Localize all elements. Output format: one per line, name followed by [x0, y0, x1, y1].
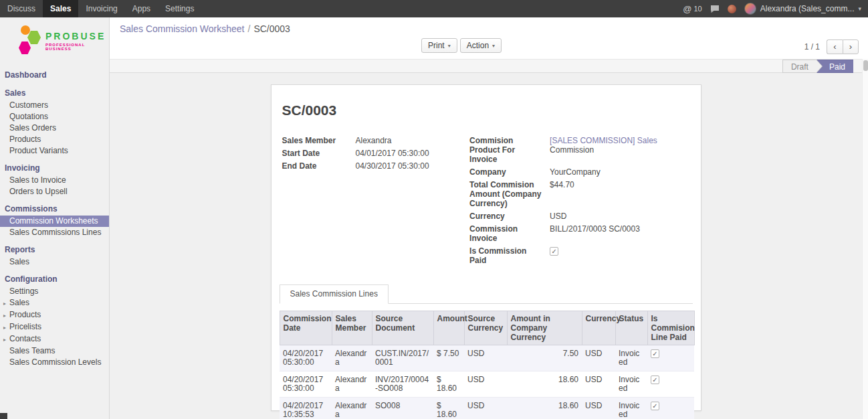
- cell-status: Invoiced: [615, 371, 647, 398]
- sidebar-item-sales-orders[interactable]: Sales Orders: [0, 122, 109, 134]
- commission-product-rest: Commission: [550, 145, 689, 155]
- breadcrumb-parent-link[interactable]: Sales Commission Worksheet: [120, 23, 244, 34]
- field-is-commission-paid: Is Commission Paid ✓: [469, 246, 689, 265]
- field-label: Sales Member: [282, 136, 356, 145]
- col-amount-company-currency[interactable]: Amount in Company Currency: [507, 311, 582, 345]
- field-grid: Sales Member Alexandra Start Date 04/01/…: [280, 136, 693, 268]
- table-row[interactable]: 04/20/2017 05:30:00 Alexandra CUST.IN/20…: [280, 345, 694, 371]
- col-sales-member[interactable]: Sales Member: [332, 311, 372, 345]
- field-label: Commission Invoice: [469, 224, 550, 243]
- commission-invoice-link[interactable]: BILL/2017/0003 SC/0003: [550, 224, 689, 243]
- sidebar-item-config-sales[interactable]: ▸Sales: [0, 297, 109, 309]
- sidebar-heading-invoicing[interactable]: Invoicing: [0, 161, 109, 175]
- user-menu[interactable]: Alexandra (Sales_comm... ▾: [744, 3, 861, 15]
- topbar: Discuss Sales Invoicing Apps Settings @ …: [0, 0, 868, 17]
- col-currency[interactable]: Currency: [582, 311, 615, 345]
- sidebar-item-sales-commissions-lines[interactable]: Sales Commissions Lines: [0, 227, 109, 238]
- sidebar-item-config-contacts[interactable]: ▸Contacts: [0, 333, 109, 345]
- menu-discuss[interactable]: Discuss: [0, 0, 43, 17]
- field-start-date: Start Date 04/01/2017 05:30:00: [282, 149, 470, 158]
- user-name: Alexandra (Sales_comm...: [760, 4, 855, 13]
- field-currency: Currency USD: [469, 212, 689, 221]
- messages-icon[interactable]: [710, 5, 720, 13]
- sidebar-item-sales-commission-levels[interactable]: Sales Commission Levels: [0, 357, 109, 368]
- cell-date: 04/20/2017 10:35:53: [280, 398, 332, 419]
- mention-counter[interactable]: @ 10: [683, 4, 701, 14]
- sidebar-item-orders-to-upsell[interactable]: Orders to Upsell: [0, 186, 109, 197]
- caret-down-icon: ▾: [448, 43, 451, 49]
- tray-icon[interactable]: [728, 5, 736, 13]
- statusbar: Draft Paid: [782, 60, 853, 73]
- commission-product-link[interactable]: [SALES COMMISSION] Sales: [550, 136, 657, 145]
- user-avatar: [744, 3, 756, 15]
- chevron-right-icon: ▸: [3, 299, 7, 308]
- status-draft[interactable]: Draft: [782, 60, 817, 73]
- field-commission-invoice: Commission Invoice BILL/2017/0003 SC/000…: [469, 224, 689, 243]
- sidebar-section-reports: Sales: [0, 256, 109, 268]
- menu-settings[interactable]: Settings: [158, 0, 201, 17]
- sidebar-item-config-settings[interactable]: Settings: [0, 286, 109, 297]
- sidebar-item-product-variants[interactable]: Product Variants: [0, 145, 109, 157]
- col-is-commission-line-paid[interactable]: Is Commision Line Paid: [647, 311, 694, 345]
- col-source-document[interactable]: Source Document: [372, 311, 433, 345]
- col-commission-date[interactable]: Commission Date: [280, 311, 332, 345]
- cell-member: Alexandra: [332, 371, 372, 398]
- print-button[interactable]: Print▾: [421, 38, 457, 53]
- statusbar-row: Draft Paid: [110, 59, 868, 73]
- control-panel: Sales Commission Worksheet/SC/0003 Print…: [110, 17, 868, 59]
- table-row[interactable]: 04/20/2017 05:30:00 Alexandra INV/2017/0…: [280, 371, 694, 398]
- app-window: Discuss Sales Invoicing Apps Settings @ …: [0, 0, 868, 419]
- action-button[interactable]: Action▾: [460, 38, 502, 53]
- cell-amount: $ 7.50: [433, 345, 464, 371]
- sidebar-item-sales-teams[interactable]: Sales Teams: [0, 345, 109, 357]
- probuse-logo[interactable]: PROBUSE PROFESSIONAL BUSINESS: [0, 17, 109, 63]
- cell-currency: USD: [582, 371, 615, 398]
- probuse-logo-text: PROBUSE PROFESSIONAL BUSINESS: [45, 31, 106, 51]
- commission-product-value: [SALES COMMISSION] Sales Commission: [550, 136, 689, 164]
- sidebar-heading-commissions[interactable]: Commissions: [0, 202, 109, 216]
- vertical-scrollbar[interactable]: [862, 59, 868, 419]
- sidebar-heading-sales[interactable]: Sales: [0, 86, 109, 100]
- cell-doc: INV/2017/0004-SO008: [372, 371, 433, 398]
- col-source-currency[interactable]: Source Currency: [464, 311, 507, 345]
- sidebar-item-label: Contacts: [9, 334, 41, 343]
- breadcrumb: Sales Commission Worksheet/SC/0003: [120, 23, 290, 34]
- cell-status: Invoiced: [615, 345, 647, 371]
- sidebar-item-config-pricelists[interactable]: ▸Pricelists: [0, 321, 109, 333]
- field-sales-member: Sales Member Alexandra: [282, 136, 470, 145]
- sidebar-heading-reports[interactable]: Reports: [0, 243, 109, 256]
- sidebar-item-sales-to-invoice[interactable]: Sales to Invoice: [0, 175, 109, 186]
- company-link[interactable]: YourCompany: [550, 167, 689, 177]
- check-icon: ✓: [652, 350, 657, 357]
- probuse-logo-mark: [19, 25, 41, 56]
- field-label: Currency: [469, 212, 550, 221]
- menu-sales[interactable]: Sales: [43, 0, 78, 17]
- logo-hexagon-pink: [19, 41, 31, 55]
- bottom-left-artifact: [0, 413, 7, 419]
- col-amount[interactable]: Amount: [433, 311, 464, 345]
- pager-next-button[interactable]: ›: [843, 39, 859, 54]
- sidebar-item-config-products[interactable]: ▸Products: [0, 309, 109, 321]
- cell-amount-cc: 18.60: [507, 371, 582, 398]
- scrollbar-thumb[interactable]: [863, 60, 868, 71]
- sidebar-item-commission-worksheets[interactable]: Commission Worksheets: [0, 216, 109, 227]
- field-label: Commision Product For Invoice: [469, 136, 550, 164]
- sidebar-item-products[interactable]: Products: [0, 134, 109, 145]
- sidebar-item-reports-sales[interactable]: Sales: [0, 256, 109, 268]
- currency-link[interactable]: USD: [550, 212, 689, 221]
- sidebar-item-customers[interactable]: Customers: [0, 100, 109, 111]
- table-row[interactable]: 04/20/2017 10:35:53 Alexandra SO008 $ 18…: [280, 398, 694, 419]
- menu-apps[interactable]: Apps: [125, 0, 158, 17]
- sidebar-heading-configuration[interactable]: Configuration: [0, 272, 109, 286]
- menu-invoicing[interactable]: Invoicing: [78, 0, 124, 17]
- line-paid-checkbox: ✓: [651, 375, 659, 384]
- sidebar-item-quotations[interactable]: Quotations: [0, 111, 109, 122]
- pager-counter: 1 / 1: [804, 42, 820, 52]
- pager-previous-button[interactable]: ‹: [827, 39, 843, 54]
- sidebar-heading-dashboard[interactable]: Dashboard: [0, 68, 109, 82]
- tab-sales-commission-lines[interactable]: Sales Commission Lines: [280, 284, 389, 304]
- field-end-date: End Date 04/30/2017 05:30:00: [282, 161, 470, 171]
- sales-member-link[interactable]: Alexandra: [356, 136, 470, 145]
- col-status[interactable]: Status: [615, 311, 647, 345]
- caret-down-icon: ▾: [492, 43, 495, 49]
